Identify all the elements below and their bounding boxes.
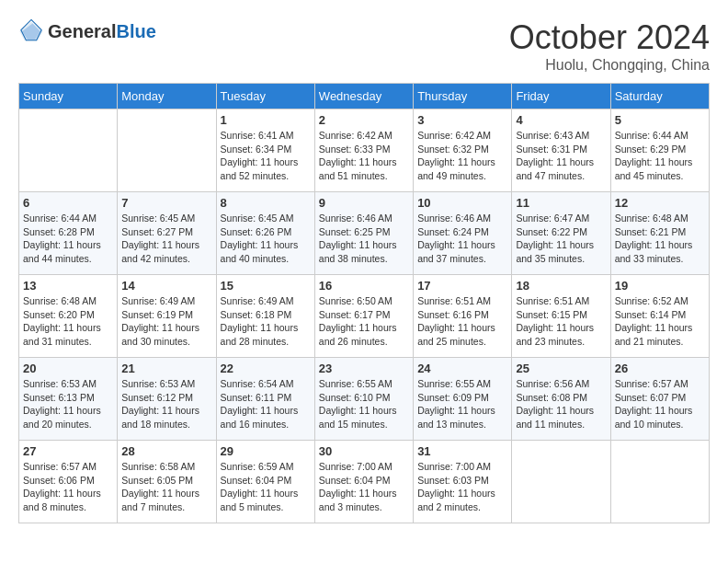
calendar-cell: 18Sunrise: 6:51 AMSunset: 6:15 PMDayligh… [512,275,610,358]
calendar-cell: 6Sunrise: 6:44 AMSunset: 6:28 PMDaylight… [19,192,118,275]
cell-info: Sunrise: 6:48 AMSunset: 6:21 PMDaylight:… [615,212,705,266]
calendar-cell: 31Sunrise: 7:00 AMSunset: 6:03 PMDayligh… [414,441,512,523]
calendar-cell: 13Sunrise: 6:48 AMSunset: 6:20 PMDayligh… [19,275,118,358]
calendar-cell [19,109,118,192]
weekday-header-wednesday: Wednesday [314,84,413,109]
day-number: 29 [221,444,311,458]
calendar-cell: 28Sunrise: 6:58 AMSunset: 6:05 PMDayligh… [118,441,216,523]
calendar-cell: 2Sunrise: 6:42 AMSunset: 6:33 PMDaylight… [314,109,413,192]
calendar-cell: 17Sunrise: 6:51 AMSunset: 6:16 PMDayligh… [414,275,512,358]
day-number: 13 [23,279,113,293]
calendar-table: SundayMondayTuesdayWednesdayThursdayFrid… [18,83,710,523]
cell-info: Sunrise: 6:45 AMSunset: 6:27 PMDaylight:… [121,212,211,266]
day-number: 15 [221,279,311,293]
weekday-header-friday: Friday [512,84,610,109]
calendar-cell: 15Sunrise: 6:49 AMSunset: 6:18 PMDayligh… [216,275,314,358]
weekday-header-row: SundayMondayTuesdayWednesdayThursdayFrid… [19,84,710,109]
calendar-cell: 5Sunrise: 6:44 AMSunset: 6:29 PMDaylight… [610,109,709,192]
cell-info: Sunrise: 6:53 AMSunset: 6:12 PMDaylight:… [121,377,211,431]
cell-info: Sunrise: 6:53 AMSunset: 6:13 PMDaylight:… [23,377,113,431]
day-number: 1 [221,113,311,127]
day-number: 16 [319,279,409,293]
day-number: 14 [121,279,211,293]
cell-info: Sunrise: 6:58 AMSunset: 6:05 PMDaylight:… [121,460,211,514]
calendar-week-row: 20Sunrise: 6:53 AMSunset: 6:13 PMDayligh… [19,358,710,441]
day-number: 9 [319,196,409,210]
cell-info: Sunrise: 7:00 AMSunset: 6:03 PMDaylight:… [417,460,507,514]
calendar-cell: 24Sunrise: 6:55 AMSunset: 6:09 PMDayligh… [414,358,512,441]
cell-info: Sunrise: 6:56 AMSunset: 6:08 PMDaylight:… [516,377,606,431]
cell-info: Sunrise: 6:49 AMSunset: 6:19 PMDaylight:… [121,294,211,349]
cell-info: Sunrise: 6:51 AMSunset: 6:15 PMDaylight:… [516,294,606,349]
page-header: GeneralBlue October 2024 Huolu, Chongqin… [18,18,710,74]
day-number: 8 [221,196,311,210]
cell-info: Sunrise: 6:46 AMSunset: 6:24 PMDaylight:… [417,212,507,266]
calendar-cell: 16Sunrise: 6:50 AMSunset: 6:17 PMDayligh… [314,275,413,358]
month-title: October 2024 [509,18,710,57]
cell-info: Sunrise: 6:55 AMSunset: 6:10 PMDaylight:… [319,377,409,431]
day-number: 25 [516,362,606,375]
day-number: 30 [319,444,409,458]
calendar-cell: 8Sunrise: 6:45 AMSunset: 6:26 PMDaylight… [216,192,314,275]
cell-info: Sunrise: 6:47 AMSunset: 6:22 PMDaylight:… [516,212,606,266]
calendar-cell: 10Sunrise: 6:46 AMSunset: 6:24 PMDayligh… [414,192,512,275]
cell-info: Sunrise: 7:00 AMSunset: 6:04 PMDaylight:… [319,460,409,514]
calendar-cell: 23Sunrise: 6:55 AMSunset: 6:10 PMDayligh… [314,358,413,441]
logo-general: General [48,21,116,41]
weekday-header-saturday: Saturday [610,84,709,109]
cell-info: Sunrise: 6:44 AMSunset: 6:29 PMDaylight:… [615,129,705,183]
cell-info: Sunrise: 6:50 AMSunset: 6:17 PMDaylight:… [319,294,409,349]
calendar-cell: 11Sunrise: 6:47 AMSunset: 6:22 PMDayligh… [512,192,610,275]
day-number: 4 [516,113,606,127]
calendar-cell: 20Sunrise: 6:53 AMSunset: 6:13 PMDayligh… [19,358,118,441]
logo-blue: Blue [116,21,155,41]
day-number: 3 [417,113,507,127]
calendar-cell: 27Sunrise: 6:57 AMSunset: 6:06 PMDayligh… [19,441,118,523]
calendar-cell [118,109,216,192]
logo: GeneralBlue [18,18,156,44]
calendar-week-row: 6Sunrise: 6:44 AMSunset: 6:28 PMDaylight… [19,192,710,275]
calendar-cell [512,441,610,523]
calendar-cell: 21Sunrise: 6:53 AMSunset: 6:12 PMDayligh… [118,358,216,441]
title-block: October 2024 Huolu, Chongqing, China [509,18,710,74]
cell-info: Sunrise: 6:52 AMSunset: 6:14 PMDaylight:… [615,294,705,349]
cell-info: Sunrise: 6:43 AMSunset: 6:31 PMDaylight:… [516,129,606,183]
day-number: 7 [121,196,211,210]
calendar-cell: 19Sunrise: 6:52 AMSunset: 6:14 PMDayligh… [610,275,709,358]
day-number: 31 [417,444,507,458]
cell-info: Sunrise: 6:46 AMSunset: 6:25 PMDaylight:… [319,212,409,266]
calendar-cell: 9Sunrise: 6:46 AMSunset: 6:25 PMDaylight… [314,192,413,275]
day-number: 6 [23,196,113,210]
calendar-cell: 1Sunrise: 6:41 AMSunset: 6:34 PMDaylight… [216,109,314,192]
cell-info: Sunrise: 6:57 AMSunset: 6:06 PMDaylight:… [23,460,113,514]
cell-info: Sunrise: 6:51 AMSunset: 6:16 PMDaylight:… [417,294,507,349]
cell-info: Sunrise: 6:55 AMSunset: 6:09 PMDaylight:… [417,377,507,431]
day-number: 27 [23,444,113,458]
day-number: 24 [417,362,507,375]
calendar-week-row: 13Sunrise: 6:48 AMSunset: 6:20 PMDayligh… [19,275,710,358]
cell-info: Sunrise: 6:44 AMSunset: 6:28 PMDaylight:… [23,212,113,266]
cell-info: Sunrise: 6:42 AMSunset: 6:32 PMDaylight:… [417,129,507,183]
day-number: 11 [516,196,606,210]
day-number: 20 [23,362,113,375]
cell-info: Sunrise: 6:48 AMSunset: 6:20 PMDaylight:… [23,294,113,349]
day-number: 5 [615,113,705,127]
logo-text: GeneralBlue [48,21,156,42]
cell-info: Sunrise: 6:59 AMSunset: 6:04 PMDaylight:… [221,460,311,514]
calendar-cell: 12Sunrise: 6:48 AMSunset: 6:21 PMDayligh… [610,192,709,275]
weekday-header-monday: Monday [118,84,216,109]
calendar-week-row: 1Sunrise: 6:41 AMSunset: 6:34 PMDaylight… [19,109,710,192]
calendar-cell: 25Sunrise: 6:56 AMSunset: 6:08 PMDayligh… [512,358,610,441]
logo-icon [18,18,44,44]
weekday-header-thursday: Thursday [414,84,512,109]
day-number: 28 [121,444,211,458]
cell-info: Sunrise: 6:54 AMSunset: 6:11 PMDaylight:… [221,377,311,431]
cell-info: Sunrise: 6:42 AMSunset: 6:33 PMDaylight:… [319,129,409,183]
calendar-cell: 22Sunrise: 6:54 AMSunset: 6:11 PMDayligh… [216,358,314,441]
calendar-cell: 29Sunrise: 6:59 AMSunset: 6:04 PMDayligh… [216,441,314,523]
cell-info: Sunrise: 6:49 AMSunset: 6:18 PMDaylight:… [221,294,311,349]
calendar-cell [610,441,709,523]
day-number: 22 [221,362,311,375]
cell-info: Sunrise: 6:57 AMSunset: 6:07 PMDaylight:… [615,377,705,431]
calendar-cell: 4Sunrise: 6:43 AMSunset: 6:31 PMDaylight… [512,109,610,192]
